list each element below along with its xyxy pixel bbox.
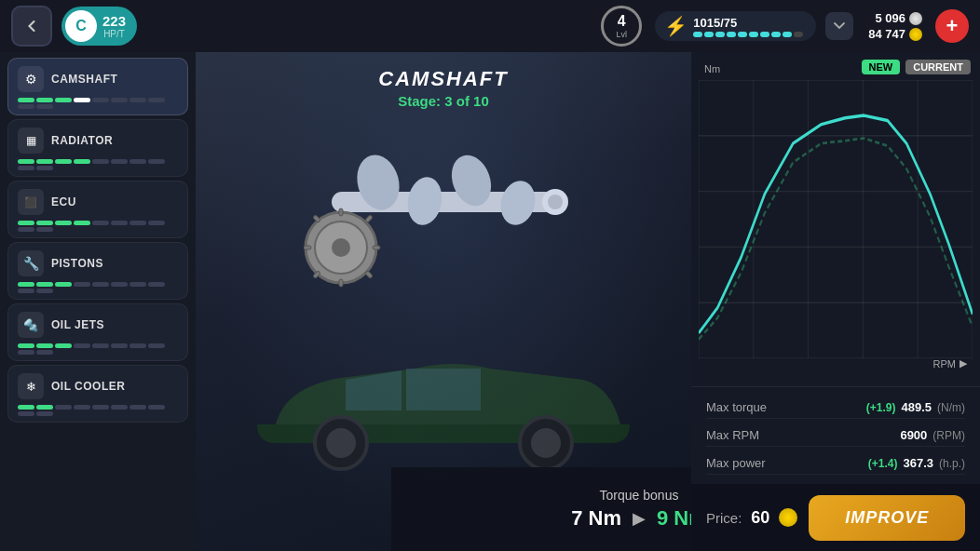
sidebar-item-oil-cooler[interactable]: ❄ OIL COOLER: [7, 365, 188, 423]
stat-values-torque: (+1.9) 489.5 (N/m): [866, 400, 965, 414]
stat-row-rpm: Max RPM 6900 (RPM): [706, 424, 965, 447]
radiator-label: RADIATOR: [51, 134, 113, 147]
oc-prog-5: [92, 405, 109, 410]
price-label: Price:: [706, 510, 742, 526]
price-section: Price: 60: [706, 508, 797, 528]
sidebar-item-pistons[interactable]: 🔧 PISTONS: [7, 242, 188, 300]
energy-dot-7: [760, 32, 769, 37]
ecu-progress: [18, 221, 178, 232]
p-prog-8: [148, 282, 165, 287]
svg-rect-11: [373, 246, 380, 249]
stat-row-torque: Max torque (+1.9) 489.5 (N/m): [706, 396, 965, 419]
hp-unit: HP/T: [102, 29, 126, 39]
prog-2: [36, 98, 53, 102]
svg-point-2: [404, 174, 445, 227]
stats-area: Max torque (+1.9) 489.5 (N/m) Max RPM 69…: [691, 387, 980, 484]
bottom-info: Torque bonus 7 Nm ▶ 9 Nm: [391, 467, 691, 551]
chart-badges: NEW CURRENT: [862, 60, 971, 74]
currency-bar: 5 096 84 747: [868, 11, 922, 41]
dropdown-button[interactable]: [825, 12, 853, 40]
prog-8: [148, 98, 165, 102]
p-prog-2: [36, 282, 53, 287]
player-badge: C 223 HP/T: [61, 7, 137, 46]
car-illustration: [248, 341, 639, 471]
avatar: C: [65, 10, 97, 42]
stat-label-torque: Max torque: [706, 400, 767, 414]
stat-unit-power: (h.p.): [939, 457, 965, 470]
level-badge: 4 Lvl: [601, 6, 642, 47]
energy-dot-8: [771, 32, 781, 37]
part-title: CAMSHAFT: [196, 67, 691, 91]
p-prog-9: [18, 289, 34, 293]
stat-value-rpm: 6900: [900, 428, 927, 442]
oil-jets-icon: 🔩: [18, 312, 44, 338]
camshaft-header: ⚙ CAMSHAFT: [18, 66, 178, 92]
prog-6: [111, 98, 128, 102]
energy-dots: [693, 32, 803, 37]
p-prog-5: [92, 282, 109, 287]
radiator-icon: ▦: [18, 128, 44, 154]
stat-label-power: Max power: [706, 456, 766, 470]
oj-prog-5: [92, 343, 109, 348]
gem-amount: 5 096: [875, 11, 905, 25]
energy-dot-4: [727, 32, 736, 37]
new-curve: [699, 115, 973, 333]
energy-count: 1015/75: [693, 16, 803, 30]
oc-prog-8: [148, 405, 165, 410]
gem-row: 5 096: [875, 11, 922, 25]
price-coin-icon: [779, 508, 797, 527]
energy-dot-3: [715, 32, 725, 37]
oj-prog-6: [111, 343, 128, 348]
stat-row-power: Max power (+1.4) 367.3 (h.p.): [706, 452, 965, 475]
stat-value-power: 367.3: [903, 456, 933, 470]
chart-rpm-label: RPM ▶: [933, 357, 967, 370]
prog-4: [74, 98, 90, 102]
energy-dot-10: [794, 32, 803, 37]
back-button[interactable]: [11, 6, 52, 47]
energy-dot-6: [749, 32, 758, 37]
energy-dot-2: [704, 32, 714, 37]
r-prog-5: [92, 159, 109, 164]
badge-current: CURRENT: [905, 60, 971, 74]
sidebar-item-radiator[interactable]: ▦ RADIATOR: [7, 119, 188, 177]
svg-rect-9: [339, 279, 343, 287]
ecu-icon: ⬛: [18, 189, 44, 215]
improve-button[interactable]: IMPROVE: [809, 495, 965, 541]
r-prog-2: [36, 159, 53, 164]
oc-prog-3: [55, 405, 72, 410]
p-prog-10: [36, 289, 53, 293]
pistons-icon: 🔧: [18, 250, 44, 276]
oc-prog-2: [36, 405, 53, 410]
torque-new: 9 Nm: [657, 506, 691, 531]
stat-label-rpm: Max RPM: [706, 428, 759, 442]
oil-cooler-header: ❄ OIL COOLER: [18, 373, 178, 399]
prog-9: [18, 104, 34, 109]
prog-1: [18, 98, 34, 102]
r-prog-9: [18, 166, 34, 170]
stat-bonus-power: (+1.4): [868, 457, 898, 470]
e-prog-2: [36, 221, 53, 225]
sidebar-item-ecu[interactable]: ⬛ ECU: [7, 181, 188, 238]
p-prog-7: [129, 282, 146, 287]
e-prog-4: [74, 221, 90, 225]
chart-area: Nm NEW CURRENT RPM ▶: [691, 52, 980, 387]
add-currency-button[interactable]: +: [935, 9, 969, 43]
svg-rect-12: [313, 215, 320, 222]
sidebar-item-oil-jets[interactable]: 🔩 OIL JETS: [7, 303, 188, 361]
svg-point-21: [531, 428, 561, 458]
r-prog-10: [36, 166, 53, 170]
energy-dot-5: [738, 32, 747, 37]
oj-prog-10: [36, 350, 53, 355]
oj-prog-9: [18, 350, 34, 355]
hp-value: 223: [102, 13, 126, 29]
gold-amount: 84 747: [868, 27, 905, 41]
sidebar: ⚙ CAMSHAFT ▦ RADIATOR: [0, 52, 196, 551]
oil-cooler-icon: ❄: [18, 373, 44, 399]
svg-point-4: [496, 177, 539, 229]
part-stage: Stage: 3 of 10: [196, 93, 691, 109]
ecu-label: ECU: [51, 195, 76, 208]
sidebar-item-camshaft[interactable]: ⚙ CAMSHAFT: [7, 58, 188, 115]
e-prog-7: [129, 221, 146, 225]
r-prog-7: [129, 159, 146, 164]
oc-prog-10: [36, 411, 53, 416]
